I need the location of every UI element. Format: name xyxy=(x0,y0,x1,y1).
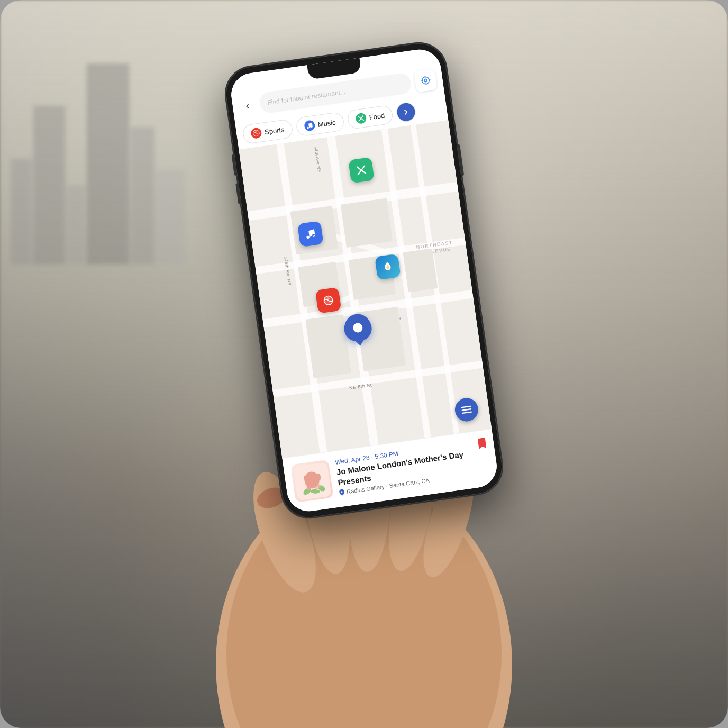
main-pin-body xyxy=(342,312,374,343)
music-chip-icon xyxy=(304,120,316,132)
food-pin-icon xyxy=(348,157,375,184)
event-image xyxy=(290,460,333,503)
back-button[interactable]: ‹ xyxy=(238,96,257,115)
sports-chip-label: Sports xyxy=(264,125,285,136)
map-area[interactable]: 64th Ave NE Northup Way 146th Ave NE Nor… xyxy=(239,120,492,458)
location-icon xyxy=(420,75,432,87)
bookmark-icon xyxy=(477,438,487,449)
more-icon xyxy=(402,107,411,117)
music-pin-icon xyxy=(297,221,324,247)
sports-chip-icon xyxy=(250,127,262,139)
location-pin-icon xyxy=(339,489,345,496)
chip-more[interactable] xyxy=(395,101,417,123)
chip-sports[interactable]: Sports xyxy=(242,119,294,144)
layers-icon xyxy=(460,403,473,416)
search-placeholder-text: Find for food or restaurant... xyxy=(267,88,346,106)
location-button[interactable] xyxy=(414,69,438,93)
chip-food[interactable]: Food xyxy=(347,105,394,130)
map-pin-music[interactable] xyxy=(297,221,324,247)
bookmark-container[interactable] xyxy=(477,438,487,451)
main-location-pin[interactable] xyxy=(342,312,374,343)
music-chip-label: Music xyxy=(317,118,336,129)
block-2 xyxy=(341,198,393,248)
scene: ‹ Find for food or restaurant... xyxy=(0,0,728,728)
sports-pin-icon xyxy=(315,287,342,314)
flame-pin-icon xyxy=(375,254,401,280)
svg-point-8 xyxy=(424,79,427,82)
food-chip-icon xyxy=(355,113,367,125)
svg-point-11 xyxy=(307,126,309,129)
main-pin-dot xyxy=(352,322,363,333)
food-chip-label: Food xyxy=(369,111,385,121)
map-pin-sports[interactable] xyxy=(315,287,342,314)
chip-music[interactable]: Music xyxy=(295,112,345,137)
back-arrow-icon: ‹ xyxy=(245,99,250,112)
svg-point-9 xyxy=(422,77,430,85)
map-pin-food[interactable] xyxy=(348,157,375,184)
block-5 xyxy=(403,248,438,293)
map-pin-flame[interactable] xyxy=(375,254,401,280)
